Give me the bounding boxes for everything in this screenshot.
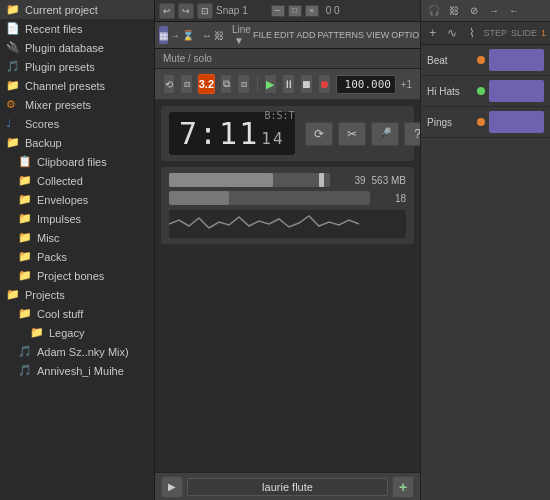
plus-icon[interactable]: + <box>425 24 440 42</box>
channel-block-0[interactable] <box>489 49 544 71</box>
menu-view[interactable]: VIEW <box>366 30 389 40</box>
sidebar-item-19[interactable]: 🎵Annivesh_i Muihe <box>0 361 154 380</box>
sidebar-icon-6: ♩ <box>6 117 20 130</box>
win-maximize[interactable]: □ <box>288 5 302 17</box>
sidebar-item-12[interactable]: 📁Misc <box>0 228 154 247</box>
channel-block-2[interactable] <box>489 111 544 133</box>
menu-add[interactable]: ADD <box>296 30 315 40</box>
sidebar-item-3[interactable]: 🎵Plugin presets <box>0 57 154 76</box>
sidebar-icon-13: 📁 <box>18 250 32 263</box>
sidebar-label-4: Channel presets <box>25 80 105 92</box>
transport-icon1[interactable]: ⟲ <box>163 74 175 94</box>
slider-1[interactable] <box>169 173 330 187</box>
sidebar-item-17[interactable]: 📁Legacy <box>0 323 154 342</box>
beat-indicator[interactable]: 3.2 <box>198 74 215 94</box>
left-arrow-icon[interactable]: ← <box>505 2 523 20</box>
sidebar-item-16[interactable]: 📁Cool stuff <box>0 304 154 323</box>
sidebar-icon-19: 🎵 <box>18 364 32 377</box>
sidebar-item-6[interactable]: ♩Scores <box>0 114 154 133</box>
time-reset-btn[interactable]: ⟳ <box>305 122 333 146</box>
sidebar-label-13: Packs <box>37 251 67 263</box>
time-help-btn[interactable]: ? <box>404 122 420 146</box>
time-display-box: B:S:T 7:1114 <box>169 112 295 155</box>
sidebar-icon-18: 🎵 <box>18 345 32 358</box>
win-minimize[interactable]: ─ <box>271 5 285 17</box>
sidebar-item-9[interactable]: 📁Collected <box>0 171 154 190</box>
slider-2[interactable] <box>169 191 370 205</box>
snap-icon[interactable]: ⊡ <box>197 3 213 19</box>
sidebar-label-11: Impulses <box>37 213 81 225</box>
record-btn[interactable]: ⏺ <box>318 74 331 94</box>
bpm-display[interactable]: 100.000 <box>336 75 396 94</box>
sidebar-label-3: Plugin presets <box>25 61 95 73</box>
sidebar-icon-10: 📁 <box>18 193 32 206</box>
transport-bar: ⟲ ⧈ 3.2 ⧉ ⧈ ▶ ⏸ ⏹ ⏺ 100.000 +1 <box>155 69 420 100</box>
link2-icon[interactable]: ⛓ <box>445 2 463 20</box>
sidebar-item-5[interactable]: ⚙Mixer presets <box>0 95 154 114</box>
link-icon[interactable]: ↔ <box>202 26 212 44</box>
sidebar-item-8[interactable]: 📋Clipboard files <box>0 152 154 171</box>
time-display-area: B:S:T 7:1114 ⟳ ✂ 🎤 ? <box>161 106 414 161</box>
sidebar-icon-17: 📁 <box>30 326 44 339</box>
pause-btn[interactable]: ⏸ <box>282 74 295 94</box>
stamp-icon[interactable]: ⌛ <box>182 26 194 44</box>
win-close[interactable]: × <box>305 5 319 17</box>
sidebar-label-5: Mixer presets <box>25 99 91 111</box>
sidebar-item-7[interactable]: 📁Backup <box>0 133 154 152</box>
wave-icon[interactable]: ⌇ <box>464 24 479 42</box>
sidebar-icon-16: 📁 <box>18 307 32 320</box>
slider-2-val: 563 MB <box>372 175 406 186</box>
channel-item-2[interactable]: Pings <box>421 107 550 138</box>
play-btn[interactable]: ▶ <box>264 74 276 94</box>
sidebar-item-10[interactable]: 📁Envelopes <box>0 190 154 209</box>
channel-item-1[interactable]: Hi Hats <box>421 76 550 107</box>
mute-icon[interactable]: ⊘ <box>465 2 483 20</box>
inst-add-btn[interactable]: + <box>392 476 414 498</box>
snap-label: Snap 1 <box>216 5 248 16</box>
menu-patterns[interactable]: PATTERNS <box>317 30 364 40</box>
sidebar-label-12: Misc <box>37 232 60 244</box>
line-label: Line ▼ <box>232 24 251 46</box>
connect-icon[interactable]: ∿ <box>444 24 459 42</box>
sidebar-item-2[interactable]: 🔌Plugin database <box>0 38 154 57</box>
icon-toolbar: ▦ → ⌛ ↔ ⛓ Line ▼ FILE EDIT ADD PATTERNS … <box>155 22 420 49</box>
bst-label: B:S:T <box>264 110 294 121</box>
transport-icon2[interactable]: ⧈ <box>180 74 192 94</box>
sidebar-item-15[interactable]: 📁Projects <box>0 285 154 304</box>
sidebar-icon-7: 📁 <box>6 136 20 149</box>
channel-dot-1 <box>477 87 485 95</box>
sidebar-item-13[interactable]: 📁Packs <box>0 247 154 266</box>
sidebar-item-1[interactable]: 📄Recent files <box>0 19 154 38</box>
stop-btn[interactable]: ⏹ <box>300 74 313 94</box>
arrow2-icon[interactable]: → <box>485 2 503 20</box>
sidebar-item-11[interactable]: 📁Impulses <box>0 209 154 228</box>
sidebar-item-0[interactable]: 📁Current project <box>0 0 154 19</box>
transport-icon5[interactable]: ⧈ <box>237 74 249 94</box>
sidebar-icon-5: ⚙ <box>6 98 20 111</box>
sidebar-item-14[interactable]: 📁Project bones <box>0 266 154 285</box>
redo-btn[interactable]: ↪ <box>178 3 194 19</box>
arrow-icon[interactable]: → <box>170 26 180 44</box>
undo-btn[interactable]: ↩ <box>159 3 175 19</box>
win-coords: 0 0 <box>326 5 340 16</box>
time-cut-btn[interactable]: ✂ <box>338 122 366 146</box>
sidebar-icon-2: 🔌 <box>6 41 20 54</box>
headphone-icon[interactable]: 🎧 <box>425 2 443 20</box>
chain-icon[interactable]: ⛓ <box>214 26 224 44</box>
sidebar-icon-1: 📄 <box>6 22 20 35</box>
sidebar-item-18[interactable]: 🎵Adam Sz..nky Mix) <box>0 342 154 361</box>
menu-options[interactable]: OPTIONS <box>391 30 420 40</box>
inst-play-btn[interactable]: ▶ <box>161 476 183 498</box>
channel-block-1[interactable] <box>489 80 544 102</box>
waveform-svg <box>169 210 406 238</box>
grid-icon[interactable]: ▦ <box>159 26 168 44</box>
channel-item-0[interactable]: Beat <box>421 45 550 76</box>
instrument-bar: ▶ laurie flute + <box>155 472 420 500</box>
transport-icon4[interactable]: ⧉ <box>220 74 232 94</box>
time-mic-btn[interactable]: 🎤 <box>371 122 399 146</box>
menu-edit[interactable]: EDIT <box>274 30 295 40</box>
menu-file[interactable]: FILE <box>253 30 272 40</box>
sliders-section: 39 563 MB 18 <box>161 167 414 244</box>
sidebar-item-4[interactable]: 📁Channel presets <box>0 76 154 95</box>
slide-label: SLIDE <box>511 28 537 38</box>
